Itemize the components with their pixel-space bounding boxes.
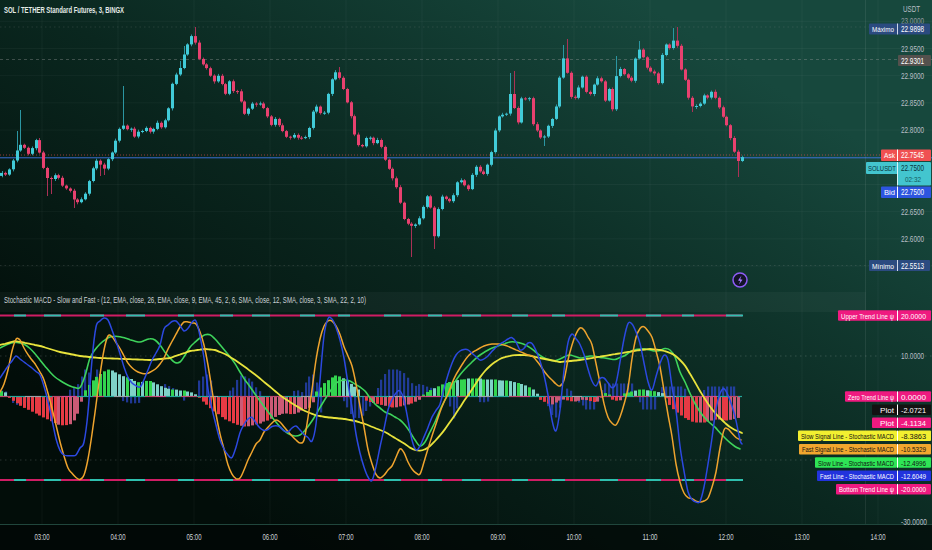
svg-text:10:00: 10:00 [567,532,582,542]
svg-text:22.9301: 22.9301 [901,56,924,66]
svg-text:10.0000: 10.0000 [901,351,924,361]
svg-text:Máximo: Máximo [872,25,894,34]
svg-text:-4.1134: -4.1134 [901,419,927,428]
svg-text:Zero Trend Line ψ: Zero Trend Line ψ [848,393,894,402]
svg-text:Bid: Bid [884,188,895,197]
svg-text:03:00: 03:00 [35,532,50,542]
svg-text:22.7500: 22.7500 [901,163,924,173]
svg-text:04:00: 04:00 [111,532,126,542]
svg-text:Slow Line - Stochastic MACD: Slow Line - Stochastic MACD [818,459,894,468]
svg-text:-12.4996: -12.4996 [901,459,926,468]
svg-text:-10.5329: -10.5329 [901,445,926,454]
svg-text:13:00: 13:00 [795,532,810,542]
svg-text:14:00: 14:00 [871,532,886,542]
svg-text:Upper Trend Line ψ: Upper Trend Line ψ [841,312,894,321]
svg-text:08:00: 08:00 [415,532,430,542]
svg-text:Slow Signal Line - Stochastic: Slow Signal Line - Stochastic MACD [801,432,894,441]
svg-text:07:00: 07:00 [339,532,354,542]
svg-text:22.9500: 22.9500 [901,44,924,54]
svg-text:22.8500: 22.8500 [901,98,924,108]
svg-text:Ask: Ask [884,151,896,160]
svg-text:-12.6049: -12.6049 [901,472,926,481]
svg-text:22.7545: 22.7545 [901,150,924,160]
svg-text:22.9898: 22.9898 [901,24,924,34]
svg-text:-8.3863: -8.3863 [901,432,927,441]
svg-text:22.5513: 22.5513 [901,261,924,271]
svg-text:0.0000: 0.0000 [901,393,927,402]
svg-text:12:00: 12:00 [719,532,734,542]
svg-text:-30.0000: -30.0000 [901,517,927,527]
svg-text:Plot: Plot [880,419,895,428]
svg-text:20.0000: 20.0000 [901,312,926,321]
svg-text:Stochastic MACD - Slow and Fas: Stochastic MACD - Slow and Fast ▫ (12, E… [4,295,366,305]
svg-text:02:32: 02:32 [905,175,921,184]
svg-text:22.6000: 22.6000 [901,234,924,244]
svg-text:SOL / TETHER Standard Futures,: SOL / TETHER Standard Futures, 3, BINGX [4,5,124,15]
svg-text:-2.0721: -2.0721 [901,406,927,415]
svg-text:22.6500: 22.6500 [901,207,924,217]
svg-text:Mínimo: Mínimo [872,262,894,271]
svg-text:USDT: USDT [903,4,920,14]
svg-text:22.9000: 22.9000 [901,71,924,81]
svg-text:05:00: 05:00 [187,532,202,542]
svg-text:Bottom Trend Line ψ: Bottom Trend Line ψ [839,485,894,494]
svg-text:22.8000: 22.8000 [901,125,924,135]
svg-text:09:00: 09:00 [491,532,506,542]
svg-text:SOLUSDT: SOLUSDT [868,164,896,173]
svg-text:Plot: Plot [880,406,895,415]
svg-text:22.7500: 22.7500 [901,187,924,197]
svg-text:11:00: 11:00 [643,532,658,542]
svg-text:Fast Signal Line - Stochastic: Fast Signal Line - Stochastic MACD [802,445,894,454]
svg-text:Fast Line - Stochastic MACD: Fast Line - Stochastic MACD [820,472,894,481]
svg-text:06:00: 06:00 [263,532,278,542]
svg-text:-20.0000: -20.0000 [901,485,926,494]
